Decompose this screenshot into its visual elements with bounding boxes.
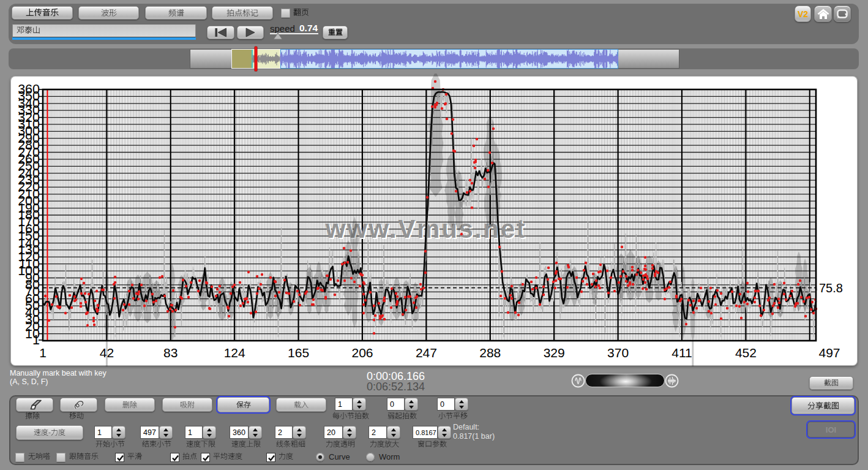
svg-text:370: 370	[607, 346, 629, 360]
svg-text:83: 83	[163, 346, 178, 360]
svg-text:206: 206	[351, 346, 373, 360]
svg-text:124: 124	[224, 346, 245, 360]
svg-text:1: 1	[39, 346, 47, 360]
svg-text:360: 360	[18, 82, 40, 97]
svg-text:288: 288	[479, 346, 501, 360]
svg-text:75.8: 75.8	[819, 281, 843, 295]
svg-text:329: 329	[544, 346, 565, 360]
svg-text:247: 247	[416, 346, 437, 360]
svg-text:497: 497	[818, 346, 840, 360]
svg-text:411: 411	[672, 346, 692, 360]
svg-text:42: 42	[100, 346, 114, 360]
svg-text:165: 165	[288, 346, 309, 360]
svg-text:452: 452	[735, 346, 757, 360]
